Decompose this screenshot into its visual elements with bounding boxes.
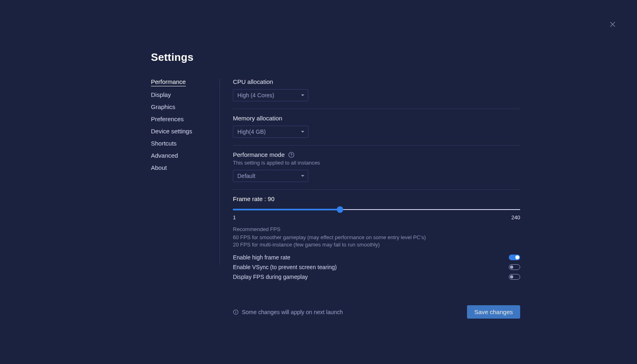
cpu-allocation-label: CPU allocation [233, 78, 520, 85]
svg-point-5 [235, 311, 236, 311]
slider-thumb[interactable] [337, 206, 343, 213]
cpu-allocation-value: High (4 Cores) [237, 92, 274, 98]
toggle-vsync-label: Enable VSync (to prevent screen tearing) [233, 264, 337, 270]
toggle-high-fps[interactable] [509, 255, 520, 260]
recommended-fps-body: 60 FPS for smoother gameplay (may effect… [233, 234, 428, 248]
recommended-fps-title: Recommended FPS [233, 226, 520, 232]
frame-rate-max: 240 [511, 214, 520, 221]
performance-mode-subtext: This setting is applied to all instances [233, 160, 520, 166]
chevron-down-icon [301, 173, 305, 179]
toggle-show-fps-label: Display FPS during gameplay [233, 274, 308, 280]
save-changes-button[interactable]: Save changes [467, 305, 520, 319]
sidebar-item-advanced[interactable]: Advanced [151, 152, 178, 159]
page-title: Settings [151, 51, 637, 64]
memory-allocation-select[interactable]: High(4 GB) [233, 126, 308, 138]
chevron-down-icon [301, 92, 305, 98]
frame-rate-min: 1 [233, 214, 236, 221]
settings-sidebar: Performance Display Graphics Preferences… [151, 78, 220, 265]
svg-point-3 [291, 156, 291, 156]
footer-note: Some changes will apply on next launch [233, 309, 343, 315]
frame-rate-slider[interactable] [233, 207, 520, 212]
cpu-allocation-select[interactable]: High (4 Cores) [233, 89, 308, 101]
sidebar-item-performance[interactable]: Performance [151, 78, 186, 86]
sidebar-item-about[interactable]: About [151, 164, 167, 171]
frame-rate-label: Frame rate : 90 [233, 195, 520, 202]
info-icon [233, 309, 239, 315]
toggle-show-fps[interactable] [509, 274, 520, 280]
performance-mode-value: Default [237, 173, 255, 179]
sidebar-item-shortcuts[interactable]: Shortcuts [151, 140, 176, 147]
close-icon [609, 21, 616, 28]
memory-allocation-label: Memory allocation [233, 115, 520, 122]
sidebar-item-device-settings[interactable]: Device settings [151, 128, 192, 135]
sidebar-item-graphics[interactable]: Graphics [151, 103, 175, 110]
sidebar-item-display[interactable]: Display [151, 91, 171, 98]
performance-mode-label: Performance mode [233, 151, 520, 158]
toggle-vsync[interactable] [509, 264, 520, 270]
help-icon[interactable] [288, 152, 295, 158]
memory-allocation-value: High(4 GB) [237, 128, 266, 135]
close-button[interactable] [608, 19, 618, 29]
chevron-down-icon [301, 128, 305, 135]
toggle-high-fps-label: Enable high frame rate [233, 254, 291, 261]
sidebar-item-preferences[interactable]: Preferences [151, 116, 184, 122]
performance-mode-select[interactable]: Default [233, 170, 308, 182]
